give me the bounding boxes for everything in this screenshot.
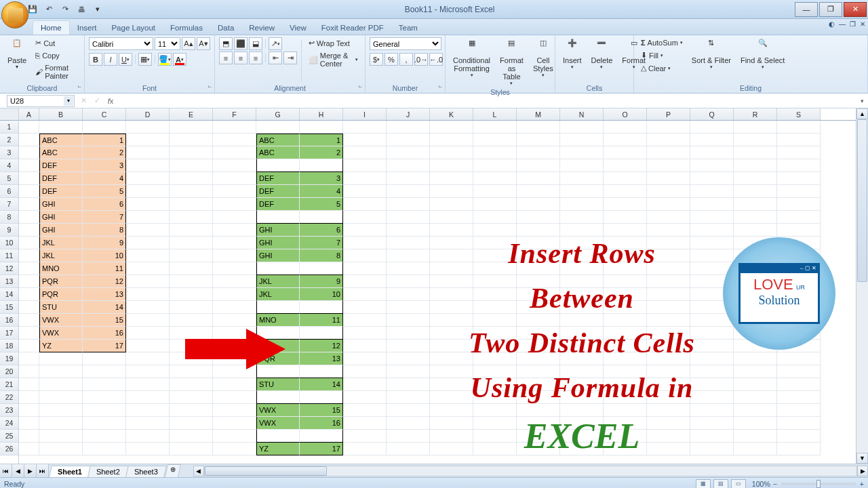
cell[interactable] bbox=[387, 249, 430, 262]
cell[interactable] bbox=[690, 417, 734, 430]
col-header[interactable]: Q bbox=[690, 108, 734, 120]
cell[interactable] bbox=[560, 378, 604, 391]
cell[interactable] bbox=[473, 314, 517, 327]
cell[interactable] bbox=[734, 185, 777, 198]
cell[interactable]: 17 bbox=[300, 443, 343, 455]
cell[interactable]: DEF bbox=[39, 159, 83, 172]
cell[interactable] bbox=[604, 430, 647, 443]
tab-insert[interactable]: Insert bbox=[70, 21, 104, 35]
cell[interactable] bbox=[777, 146, 821, 159]
cell[interactable] bbox=[647, 288, 690, 301]
cell[interactable] bbox=[19, 262, 39, 275]
cell[interactable] bbox=[19, 134, 39, 146]
window-close-icon[interactable]: ✕ bbox=[860, 20, 865, 28]
col-header[interactable]: A bbox=[19, 108, 39, 120]
cell[interactable] bbox=[83, 391, 126, 404]
row-header[interactable]: 26 bbox=[0, 443, 18, 455]
col-header[interactable]: C bbox=[83, 108, 126, 120]
cell[interactable] bbox=[647, 262, 690, 275]
cell[interactable]: 6 bbox=[83, 198, 126, 211]
fill-color-button[interactable]: 🪣▾ bbox=[158, 53, 172, 66]
cell[interactable] bbox=[256, 365, 300, 378]
cell[interactable] bbox=[777, 249, 821, 262]
cell[interactable] bbox=[343, 134, 387, 146]
cell[interactable] bbox=[387, 275, 430, 288]
cell[interactable] bbox=[690, 340, 734, 352]
find-select-button[interactable]: 🔍Find & Select▾ bbox=[737, 37, 788, 71]
cell[interactable] bbox=[473, 301, 517, 314]
cell[interactable] bbox=[126, 404, 170, 417]
cell[interactable] bbox=[560, 134, 604, 146]
cell[interactable]: 11 bbox=[83, 262, 126, 275]
cell[interactable] bbox=[517, 159, 560, 172]
cell[interactable] bbox=[19, 275, 39, 288]
col-header[interactable]: R bbox=[734, 108, 777, 120]
cell[interactable] bbox=[387, 237, 430, 249]
row-header[interactable]: 4 bbox=[0, 159, 18, 172]
cell[interactable] bbox=[517, 327, 560, 340]
cell[interactable] bbox=[387, 121, 430, 134]
cell[interactable] bbox=[83, 121, 126, 134]
cell[interactable]: 4 bbox=[83, 172, 126, 185]
merge-center-button[interactable]: ⬜Merge & Center ▾ bbox=[306, 50, 361, 69]
cell[interactable] bbox=[39, 365, 83, 378]
row-header[interactable]: 21 bbox=[0, 378, 18, 391]
cell[interactable]: 3 bbox=[300, 172, 343, 185]
cell[interactable] bbox=[604, 288, 647, 301]
cell[interactable] bbox=[734, 352, 777, 365]
cut-button[interactable]: ✂Cut bbox=[33, 37, 80, 49]
cell[interactable] bbox=[517, 391, 560, 404]
cell[interactable] bbox=[19, 172, 39, 185]
cell[interactable] bbox=[387, 391, 430, 404]
cell[interactable] bbox=[170, 443, 213, 455]
cell[interactable] bbox=[256, 327, 300, 340]
cell[interactable] bbox=[387, 134, 430, 146]
cell[interactable] bbox=[300, 327, 343, 340]
cell[interactable] bbox=[126, 417, 170, 430]
cell[interactable] bbox=[473, 211, 517, 224]
cell[interactable] bbox=[387, 211, 430, 224]
cell[interactable] bbox=[690, 172, 734, 185]
cell[interactable] bbox=[560, 159, 604, 172]
cell[interactable]: GHI bbox=[39, 224, 83, 237]
cell[interactable] bbox=[777, 121, 821, 134]
fx-icon[interactable]: fx bbox=[104, 95, 117, 107]
cell[interactable] bbox=[604, 301, 647, 314]
cell[interactable] bbox=[690, 301, 734, 314]
cell[interactable] bbox=[430, 430, 473, 443]
cell[interactable] bbox=[126, 262, 170, 275]
copy-button[interactable]: ⎘Copy bbox=[33, 50, 80, 61]
cell[interactable] bbox=[777, 275, 821, 288]
cell[interactable] bbox=[19, 327, 39, 340]
cell[interactable] bbox=[690, 262, 734, 275]
cell[interactable] bbox=[126, 121, 170, 134]
cell[interactable] bbox=[170, 198, 213, 211]
next-sheet-button[interactable]: ▶ bbox=[24, 464, 37, 477]
cell[interactable] bbox=[734, 262, 777, 275]
cell[interactable] bbox=[647, 146, 690, 159]
cell[interactable] bbox=[690, 327, 734, 340]
cell[interactable] bbox=[690, 430, 734, 443]
cell[interactable]: YZ bbox=[39, 340, 83, 352]
cell[interactable] bbox=[170, 340, 213, 352]
cell[interactable] bbox=[126, 211, 170, 224]
cell[interactable] bbox=[343, 249, 387, 262]
col-header[interactable]: N bbox=[560, 108, 604, 120]
cell[interactable] bbox=[170, 224, 213, 237]
cell[interactable] bbox=[126, 327, 170, 340]
select-all-corner[interactable] bbox=[0, 108, 18, 121]
scroll-left-icon[interactable]: ◀ bbox=[193, 466, 204, 476]
cell[interactable]: ABC bbox=[256, 134, 300, 146]
cell[interactable]: 13 bbox=[83, 288, 126, 301]
page-layout-view-button[interactable]: ▤ bbox=[713, 479, 728, 488]
cell[interactable]: GHI bbox=[39, 198, 83, 211]
cell[interactable]: JKL bbox=[256, 275, 300, 288]
row-header[interactable]: 6 bbox=[0, 185, 18, 198]
cell[interactable] bbox=[430, 365, 473, 378]
cell[interactable]: 11 bbox=[300, 314, 343, 327]
cell[interactable] bbox=[517, 301, 560, 314]
cell[interactable] bbox=[734, 417, 777, 430]
cell[interactable] bbox=[343, 417, 387, 430]
window-restore-icon[interactable]: ❐ bbox=[850, 20, 856, 28]
cell[interactable] bbox=[170, 404, 213, 417]
